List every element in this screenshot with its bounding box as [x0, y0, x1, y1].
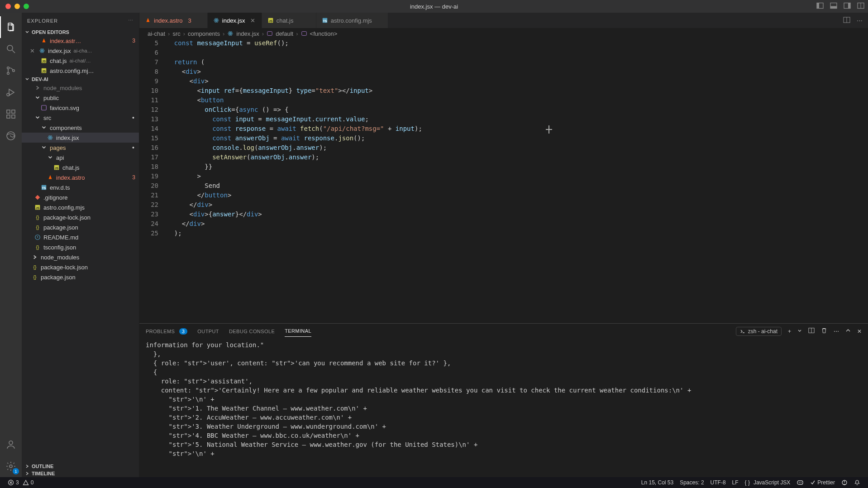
folder-item[interactable]: public: [22, 93, 139, 103]
project-section[interactable]: DEV-AI: [22, 76, 139, 83]
split-editor-icon[interactable]: [843, 16, 850, 25]
status-feedback-icon[interactable]: [838, 479, 851, 486]
svg-text:{}: {}: [33, 264, 37, 270]
folder-item[interactable]: src•: [22, 113, 139, 123]
folder-item[interactable]: api: [22, 153, 139, 163]
status-bell-icon[interactable]: [851, 479, 863, 486]
code-editor[interactable]: 5678910111213141516171819202122232425 co…: [139, 38, 868, 323]
sidebar: EXPLORER ⋯ OPEN EDITORS index.astr…3✕ind…: [22, 13, 139, 477]
debug-activity[interactable]: [0, 81, 22, 103]
layout-secondary-icon[interactable]: [844, 2, 851, 11]
maximize-panel-icon[interactable]: [845, 328, 851, 335]
file-item[interactable]: JSastro.config.mjs: [22, 202, 139, 212]
more-editor-icon[interactable]: ⋯: [857, 17, 863, 24]
layout-panel-icon[interactable]: [830, 2, 837, 11]
status-cursor-position[interactable]: Ln 15, Col 53: [638, 479, 677, 486]
tab-problems[interactable]: PROBLEMS 3: [146, 326, 187, 337]
svg-point-68: [799, 482, 800, 483]
breadcrumb-item[interactable]: components: [188, 30, 220, 37]
file-item[interactable]: favicon.svg: [22, 103, 139, 113]
explorer-activity[interactable]: [0, 16, 22, 38]
svg-text:TS: TS: [323, 19, 327, 23]
status-copilot-icon[interactable]: [793, 479, 807, 486]
breadcrumb-item[interactable]: ai-chat: [148, 30, 165, 37]
folder-item[interactable]: components: [22, 123, 139, 133]
terminal-output[interactable]: information for your location." }, { rol…: [139, 339, 868, 477]
problems-count-badge: 3: [179, 328, 188, 335]
minimize-window-icon[interactable]: [14, 4, 20, 9]
svg-rect-60: [267, 32, 272, 36]
breadcrumb-item[interactable]: default: [276, 30, 293, 37]
tab-terminal[interactable]: TERMINAL: [285, 325, 311, 337]
source-control-activity[interactable]: [0, 60, 22, 81]
close-window-icon[interactable]: [5, 4, 11, 9]
split-terminal-icon[interactable]: [808, 327, 815, 335]
open-editor-item[interactable]: JSchat.jsai-chat/…: [22, 56, 139, 66]
status-indentation[interactable]: Spaces: 2: [677, 479, 707, 486]
open-editor-item[interactable]: index.astr…3: [22, 36, 139, 46]
maximize-window-icon[interactable]: [24, 4, 29, 9]
layout-primary-icon[interactable]: [816, 2, 824, 11]
breadcrumb-item[interactable]: index.jsx: [236, 30, 259, 37]
tab-output[interactable]: OUTPUT: [197, 326, 219, 337]
status-eol[interactable]: LF: [729, 479, 742, 486]
status-encoding[interactable]: UTF-8: [707, 479, 729, 486]
status-errors[interactable]: 3 0: [5, 479, 37, 486]
account-activity[interactable]: [0, 434, 22, 455]
svg-point-69: [801, 482, 801, 483]
status-prettier[interactable]: Prettier: [807, 479, 838, 486]
search-activity[interactable]: [0, 38, 22, 60]
more-icon[interactable]: ⋯: [128, 18, 134, 24]
terminal-dropdown-icon[interactable]: [797, 328, 802, 335]
file-item[interactable]: TSenv.d.ts: [22, 182, 139, 192]
outline-label: OUTLINE: [32, 464, 53, 469]
file-item[interactable]: {}package.json: [22, 272, 139, 282]
file-item[interactable]: index.jsx: [22, 133, 139, 143]
svg-text:{}: {}: [33, 274, 37, 280]
editor-tab[interactable]: TSastro.config.mjs✕: [316, 13, 388, 28]
kill-terminal-icon[interactable]: [821, 327, 827, 335]
extensions-activity[interactable]: [0, 103, 22, 125]
new-terminal-icon[interactable]: +: [788, 328, 791, 335]
file-item[interactable]: {}tsconfig.json: [22, 242, 139, 252]
editor-tab[interactable]: JSchat.js✕: [262, 13, 316, 28]
folder-item[interactable]: node_modules: [22, 83, 139, 93]
timeline-section[interactable]: TIMELINE: [22, 470, 139, 477]
explorer-title: EXPLORER: [27, 18, 58, 24]
svg-rect-61: [301, 32, 306, 36]
file-item[interactable]: index.astro3: [22, 172, 139, 182]
code-content[interactable]: const messageInput = useRef(); return ( …: [167, 38, 868, 323]
settings-activity[interactable]: 1: [0, 455, 22, 477]
file-item[interactable]: {}package.json: [22, 222, 139, 232]
close-panel-icon[interactable]: ✕: [857, 328, 862, 335]
file-item[interactable]: {}package-lock.json: [22, 262, 139, 272]
folder-item[interactable]: pages•: [22, 143, 139, 153]
folder-item[interactable]: node_modules: [22, 252, 139, 262]
editor-tab[interactable]: index.astro3✕: [139, 13, 208, 28]
svg-text:JS: JS: [55, 167, 59, 170]
close-tab-icon[interactable]: ✕: [250, 17, 255, 24]
svg-rect-3: [830, 6, 837, 9]
svg-rect-16: [7, 115, 10, 118]
file-item[interactable]: {}package-lock.json: [22, 212, 139, 222]
svg-text:TS: TS: [42, 187, 46, 190]
status-language[interactable]: { }JavaScript JSX: [742, 479, 794, 486]
outline-section[interactable]: OUTLINE: [22, 463, 139, 470]
open-editor-item[interactable]: ✕index.jsxai-cha…: [22, 46, 139, 56]
file-item[interactable]: README.md: [22, 232, 139, 242]
svg-point-19: [9, 441, 13, 445]
file-item[interactable]: JSchat.js: [22, 163, 139, 172]
open-editor-item[interactable]: JSastro.config.mj…: [22, 66, 139, 76]
file-item[interactable]: .gitignore: [22, 192, 139, 202]
svg-point-30: [50, 137, 51, 138]
breadcrumb-item[interactable]: <function>: [310, 30, 338, 37]
tab-debug-console[interactable]: DEBUG CONSOLE: [229, 326, 275, 337]
more-terminal-icon[interactable]: ⋯: [834, 328, 839, 335]
terminal-selector[interactable]: zsh - ai-chat: [736, 327, 782, 336]
open-editors-section[interactable]: OPEN EDITORS: [22, 29, 139, 36]
breadcrumb[interactable]: ai-chat› src› components› index.jsx› def…: [139, 29, 868, 38]
breadcrumb-item[interactable]: src: [172, 30, 180, 37]
layout-custom-icon[interactable]: [857, 2, 864, 11]
edge-activity[interactable]: [0, 125, 22, 147]
editor-tab[interactable]: index.jsx✕: [208, 13, 262, 28]
